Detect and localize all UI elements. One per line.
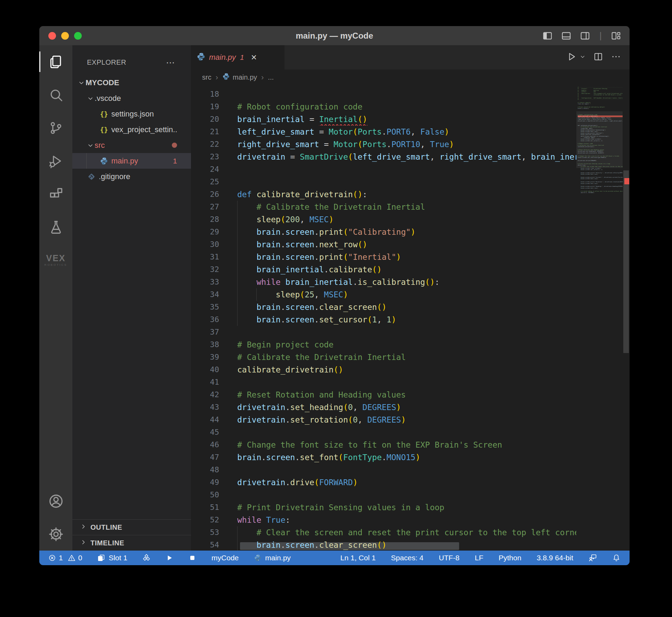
line-number: 20 <box>191 113 237 126</box>
code-line: 21left_drive_smart = Motor(Ports.PORT6, … <box>191 126 576 138</box>
code-line: 50 <box>191 489 576 501</box>
line-number: 32 <box>191 263 237 276</box>
line-number: 24 <box>191 163 237 176</box>
indent-guide <box>237 238 238 251</box>
status-slot-1[interactable]: Slot 1 <box>97 554 127 562</box>
indent-guide <box>237 276 238 288</box>
status-label: Python <box>499 554 521 562</box>
line-number: 43 <box>191 401 237 414</box>
run-dropdown-icon[interactable] <box>579 54 586 61</box>
line-number: 22 <box>191 138 237 151</box>
editor-group: main.py 1 × src›main.py›... 1819# Robot … <box>191 45 630 551</box>
tree-item-label: src <box>95 141 105 150</box>
tab-close-icon[interactable]: × <box>251 53 257 62</box>
screenshot-stage: main.py — myCode | VEXROBOTICS EXPLORER … <box>0 0 672 617</box>
error-count: 1 <box>59 554 63 562</box>
status-python[interactable]: Python <box>499 554 521 562</box>
activity-account-icon[interactable] <box>39 484 72 518</box>
vex-sublabel: ROBOTICS <box>45 264 67 266</box>
play-icon <box>166 554 173 562</box>
status-utf-8[interactable]: UTF-8 <box>439 554 460 562</box>
activity-test-flask-icon[interactable] <box>39 210 72 243</box>
section-timeline[interactable]: TIMELINE <box>72 535 191 551</box>
code-line: 27 # Calibrate the Drivetrain Inertial <box>191 201 576 213</box>
split-editor-button[interactable] <box>593 52 603 63</box>
code-line: 39# Calibrate the Drivetrain Inertial <box>191 351 576 363</box>
slot-icon <box>97 554 105 562</box>
status-bell-icon[interactable] <box>612 554 621 562</box>
activity-run-debug-icon[interactable] <box>39 144 72 177</box>
status-label: Spaces: 4 <box>391 554 423 562</box>
status-ln-1-col-1[interactable]: Ln 1, Col 1 <box>341 554 376 562</box>
explorer-header: EXPLORER ⋯ <box>72 45 191 75</box>
run-button[interactable] <box>566 51 577 63</box>
activity-search-icon[interactable] <box>39 78 72 111</box>
line-number: 39 <box>191 351 237 363</box>
code-line: 42# Reset Rotation and Heading values <box>191 388 576 401</box>
more-actions-button[interactable] <box>611 51 621 63</box>
code-text: brain.screen.set_font(FontType.MONO15) <box>237 451 576 464</box>
customize-layout-icon[interactable] <box>611 31 621 41</box>
tree-item-label: MYCODE <box>86 78 119 87</box>
code-text: drivetrain.set_rotation(0, DEGREES) <box>237 414 576 426</box>
status-mycode[interactable]: myCode <box>211 554 239 562</box>
minimap-slider[interactable] <box>576 111 623 168</box>
activity-settings-gear-icon[interactable] <box>39 518 72 551</box>
status-blocks-icon[interactable] <box>143 554 150 562</box>
explorer-more-actions-icon[interactable]: ⋯ <box>166 61 176 64</box>
chevron-down-icon <box>86 142 95 149</box>
vertical-scrollbar[interactable] <box>623 85 630 551</box>
section-label: TIMELINE <box>90 539 124 547</box>
tree-item-src[interactable]: src <box>72 137 191 153</box>
line-number: 45 <box>191 426 237 439</box>
section-outline[interactable]: OUTLINE <box>72 519 191 535</box>
activity-vex-logo[interactable]: VEXROBOTICS <box>39 243 72 277</box>
line-number: 46 <box>191 439 237 451</box>
breadcrumb-item[interactable]: src <box>202 73 211 81</box>
code-line: 41 <box>191 376 576 388</box>
line-number: 29 <box>191 226 237 238</box>
toggle-sidebar-icon[interactable] <box>542 31 553 41</box>
toggle-panel-icon[interactable] <box>561 31 571 41</box>
vertical-scrollbar-thumb[interactable] <box>623 170 629 353</box>
toggle-secondary-sidebar-icon[interactable] <box>580 31 590 41</box>
tree-item-main-py[interactable]: main.py1 <box>72 153 191 169</box>
status-play-icon[interactable] <box>166 554 173 562</box>
activity-source-control-icon[interactable] <box>39 111 72 144</box>
code-text: brain.screen.print("Inertial") <box>237 251 576 263</box>
activity-files-icon[interactable] <box>39 45 72 78</box>
line-number: 51 <box>191 501 237 514</box>
line-number: 42 <box>191 388 237 401</box>
tree-item--gitignore[interactable]: .gitignore <box>72 169 191 184</box>
status-lf[interactable]: LF <box>475 554 483 562</box>
line-number: 21 <box>191 126 237 138</box>
line-number: 19 <box>191 101 237 113</box>
code-text: brain_inertial = Inertial() <box>237 113 576 126</box>
breadcrumb-item[interactable]: main.py <box>222 73 257 82</box>
status-stop-icon[interactable] <box>189 554 196 562</box>
status-spaces-4[interactable]: Spaces: 4 <box>391 554 423 562</box>
code-text: right_drive_smart = Motor(Ports.PORT10, … <box>237 138 576 151</box>
minimap[interactable]: # --------------------------------------… <box>576 85 623 551</box>
status-main-py[interactable]: main.py <box>254 554 291 562</box>
python-icon <box>99 157 109 165</box>
tree-item--vscode[interactable]: .vscode <box>72 90 191 106</box>
tab-main-py[interactable]: main.py 1 × <box>191 45 285 70</box>
status-3-8-9-64-bit[interactable]: 3.8.9 64-bit <box>537 554 573 562</box>
tree-item-mycode[interactable]: MYCODE <box>72 75 191 90</box>
tree-item-vex-project-settin-[interactable]: {}vex_project_settin... <box>72 122 191 137</box>
code-text <box>237 489 576 501</box>
json-icon: {} <box>99 110 109 118</box>
code-text: calibrate_drivetrain() <box>237 363 576 376</box>
code-text: brain.screen.clear_screen() <box>237 301 576 313</box>
tree-item-settings-json[interactable]: {}settings.json <box>72 106 191 122</box>
chevron-right-icon <box>80 523 87 531</box>
activity-extensions-icon[interactable] <box>39 177 72 210</box>
code-text: # Robot configuration code <box>237 101 576 113</box>
breadcrumb-item[interactable]: ... <box>268 73 274 81</box>
code-text <box>237 176 576 188</box>
problems-status[interactable]: 10 <box>48 554 82 562</box>
code-area[interactable]: 1819# Robot configuration code20brain_in… <box>191 85 630 551</box>
code-text: # Reset Rotation and Heading values <box>237 388 576 401</box>
status-feedback-icon[interactable] <box>589 554 597 562</box>
